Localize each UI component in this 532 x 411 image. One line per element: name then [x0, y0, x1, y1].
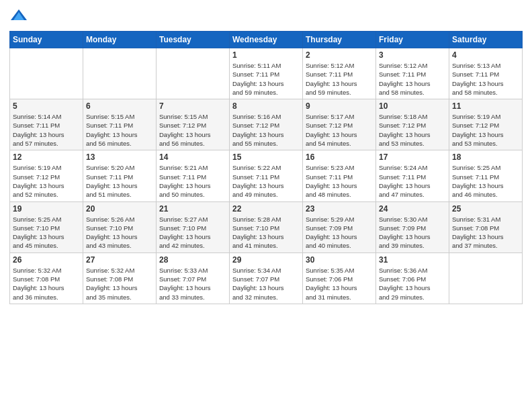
logo-icon — [9, 7, 28, 26]
day-info: Sunrise: 5:32 AM Sunset: 7:08 PM Dayligh… — [86, 266, 153, 302]
day-number: 31 — [379, 255, 446, 265]
day-info: Sunrise: 5:12 AM Sunset: 7:11 PM Dayligh… — [306, 61, 373, 97]
day-info: Sunrise: 5:25 AM Sunset: 7:10 PM Dayligh… — [13, 215, 80, 250]
day-info: Sunrise: 5:22 AM Sunset: 7:11 PM Dayligh… — [232, 163, 300, 199]
weekday-header-saturday: Saturday — [449, 32, 523, 48]
day-cell: 25Sunrise: 5:31 AM Sunset: 7:08 PM Dayli… — [449, 201, 523, 253]
calendar-table: SundayMondayTuesdayWednesdayThursdayFrid… — [9, 31, 523, 304]
day-cell: 22Sunrise: 5:28 AM Sunset: 7:10 PM Dayli… — [230, 201, 303, 253]
day-info: Sunrise: 5:35 AM Sunset: 7:06 PM Dayligh… — [306, 266, 373, 302]
day-info: Sunrise: 5:31 AM Sunset: 7:08 PM Dayligh… — [452, 215, 519, 250]
day-info: Sunrise: 5:19 AM Sunset: 7:12 PM Dayligh… — [452, 112, 519, 148]
day-info: Sunrise: 5:13 AM Sunset: 7:11 PM Dayligh… — [452, 61, 519, 97]
day-info: Sunrise: 5:19 AM Sunset: 7:12 PM Dayligh… — [13, 163, 80, 199]
week-row-3: 19Sunrise: 5:25 AM Sunset: 7:10 PM Dayli… — [10, 201, 523, 253]
day-info: Sunrise: 5:26 AM Sunset: 7:10 PM Dayligh… — [86, 215, 153, 250]
day-number: 12 — [13, 152, 80, 162]
day-cell: 15Sunrise: 5:22 AM Sunset: 7:11 PM Dayli… — [230, 150, 303, 201]
day-info: Sunrise: 5:28 AM Sunset: 7:10 PM Dayligh… — [232, 215, 300, 250]
day-cell: 26Sunrise: 5:32 AM Sunset: 7:08 PM Dayli… — [10, 253, 83, 304]
day-number: 22 — [232, 204, 300, 214]
weekday-header-monday: Monday — [83, 32, 157, 48]
day-number: 5 — [13, 101, 80, 111]
day-cell: 5Sunrise: 5:14 AM Sunset: 7:11 PM Daylig… — [10, 99, 83, 150]
day-cell: 13Sunrise: 5:20 AM Sunset: 7:11 PM Dayli… — [83, 150, 157, 201]
day-info: Sunrise: 5:12 AM Sunset: 7:11 PM Dayligh… — [379, 61, 446, 97]
day-cell: 2Sunrise: 5:12 AM Sunset: 7:11 PM Daylig… — [303, 48, 376, 99]
day-info: Sunrise: 5:18 AM Sunset: 7:12 PM Dayligh… — [379, 112, 446, 148]
weekday-header-friday: Friday — [376, 32, 449, 48]
weekday-header-row: SundayMondayTuesdayWednesdayThursdayFrid… — [10, 32, 523, 48]
day-number: 11 — [452, 101, 519, 111]
day-info: Sunrise: 5:34 AM Sunset: 7:07 PM Dayligh… — [232, 266, 300, 302]
day-number: 30 — [306, 255, 373, 265]
logo — [9, 7, 31, 26]
day-info: Sunrise: 5:11 AM Sunset: 7:11 PM Dayligh… — [232, 61, 300, 97]
day-number: 13 — [86, 152, 153, 162]
day-info: Sunrise: 5:15 AM Sunset: 7:12 PM Dayligh… — [159, 112, 226, 148]
day-cell: 24Sunrise: 5:30 AM Sunset: 7:09 PM Dayli… — [376, 201, 449, 253]
day-number: 27 — [86, 255, 153, 265]
week-row-1: 5Sunrise: 5:14 AM Sunset: 7:11 PM Daylig… — [10, 99, 523, 150]
day-cell: 20Sunrise: 5:26 AM Sunset: 7:10 PM Dayli… — [83, 201, 157, 253]
weekday-header-tuesday: Tuesday — [157, 32, 230, 48]
day-info: Sunrise: 5:33 AM Sunset: 7:07 PM Dayligh… — [159, 266, 226, 302]
day-number: 29 — [232, 255, 300, 265]
day-number: 1 — [232, 50, 300, 60]
day-number: 10 — [379, 101, 446, 111]
weekday-header-wednesday: Wednesday — [230, 32, 303, 48]
day-cell: 4Sunrise: 5:13 AM Sunset: 7:11 PM Daylig… — [449, 48, 523, 99]
day-cell: 18Sunrise: 5:25 AM Sunset: 7:11 PM Dayli… — [449, 150, 523, 201]
day-number: 20 — [86, 204, 153, 214]
day-info: Sunrise: 5:16 AM Sunset: 7:12 PM Dayligh… — [232, 112, 300, 148]
day-info: Sunrise: 5:21 AM Sunset: 7:11 PM Dayligh… — [159, 163, 226, 199]
day-info: Sunrise: 5:17 AM Sunset: 7:12 PM Dayligh… — [306, 112, 373, 148]
day-cell — [449, 253, 523, 304]
day-info: Sunrise: 5:23 AM Sunset: 7:11 PM Dayligh… — [306, 163, 373, 199]
header — [9, 7, 523, 26]
day-cell — [157, 48, 230, 99]
day-number: 16 — [306, 152, 373, 162]
day-number: 19 — [13, 204, 80, 214]
day-cell: 16Sunrise: 5:23 AM Sunset: 7:11 PM Dayli… — [303, 150, 376, 201]
week-row-4: 26Sunrise: 5:32 AM Sunset: 7:08 PM Dayli… — [10, 253, 523, 304]
day-cell — [83, 48, 157, 99]
day-number: 2 — [306, 50, 373, 60]
day-number: 9 — [306, 101, 373, 111]
page: SundayMondayTuesdayWednesdayThursdayFrid… — [0, 0, 532, 411]
day-cell: 14Sunrise: 5:21 AM Sunset: 7:11 PM Dayli… — [157, 150, 230, 201]
day-cell: 27Sunrise: 5:32 AM Sunset: 7:08 PM Dayli… — [83, 253, 157, 304]
day-cell: 23Sunrise: 5:29 AM Sunset: 7:09 PM Dayli… — [303, 201, 376, 253]
day-number: 3 — [379, 50, 446, 60]
day-info: Sunrise: 5:27 AM Sunset: 7:10 PM Dayligh… — [159, 215, 226, 250]
weekday-header-thursday: Thursday — [303, 32, 376, 48]
day-number: 14 — [159, 152, 226, 162]
day-cell — [10, 48, 83, 99]
day-info: Sunrise: 5:29 AM Sunset: 7:09 PM Dayligh… — [306, 215, 373, 250]
day-cell: 28Sunrise: 5:33 AM Sunset: 7:07 PM Dayli… — [157, 253, 230, 304]
weekday-header-sunday: Sunday — [10, 32, 83, 48]
day-number: 17 — [379, 152, 446, 162]
day-number: 24 — [379, 204, 446, 214]
day-cell: 29Sunrise: 5:34 AM Sunset: 7:07 PM Dayli… — [230, 253, 303, 304]
day-number: 26 — [13, 255, 80, 265]
day-number: 8 — [232, 101, 300, 111]
day-number: 6 — [86, 101, 153, 111]
day-cell: 31Sunrise: 5:36 AM Sunset: 7:06 PM Dayli… — [376, 253, 449, 304]
day-number: 23 — [306, 204, 373, 214]
day-cell: 19Sunrise: 5:25 AM Sunset: 7:10 PM Dayli… — [10, 201, 83, 253]
day-info: Sunrise: 5:25 AM Sunset: 7:11 PM Dayligh… — [452, 163, 519, 199]
week-row-0: 1Sunrise: 5:11 AM Sunset: 7:11 PM Daylig… — [10, 48, 523, 99]
day-number: 7 — [159, 101, 226, 111]
day-info: Sunrise: 5:14 AM Sunset: 7:11 PM Dayligh… — [13, 112, 80, 148]
day-cell: 30Sunrise: 5:35 AM Sunset: 7:06 PM Dayli… — [303, 253, 376, 304]
day-cell: 12Sunrise: 5:19 AM Sunset: 7:12 PM Dayli… — [10, 150, 83, 201]
day-number: 25 — [452, 204, 519, 214]
day-cell: 17Sunrise: 5:24 AM Sunset: 7:11 PM Dayli… — [376, 150, 449, 201]
day-info: Sunrise: 5:24 AM Sunset: 7:11 PM Dayligh… — [379, 163, 446, 199]
day-cell: 3Sunrise: 5:12 AM Sunset: 7:11 PM Daylig… — [376, 48, 449, 99]
day-number: 15 — [232, 152, 300, 162]
day-info: Sunrise: 5:32 AM Sunset: 7:08 PM Dayligh… — [13, 266, 80, 302]
day-cell: 7Sunrise: 5:15 AM Sunset: 7:12 PM Daylig… — [157, 99, 230, 150]
day-number: 18 — [452, 152, 519, 162]
